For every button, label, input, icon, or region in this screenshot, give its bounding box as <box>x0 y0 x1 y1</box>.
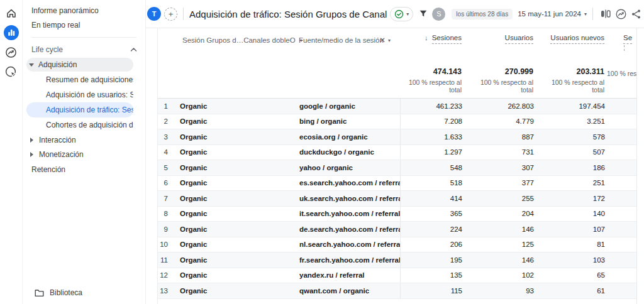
sidebar-item-biblioteca[interactable]: Biblioteca <box>35 288 82 297</box>
cell-new-users: 578 <box>544 133 615 141</box>
row-index: 8 <box>158 210 168 217</box>
row-metrics: 414255172 <box>400 191 636 206</box>
sidebar-item-cohortes-adquisicion[interactable]: Cohortes de adquisición d... <box>26 117 133 133</box>
table-header: Sesión Grupos d…Canales dobleO ▾ Fuente/… <box>158 28 636 99</box>
sidebar-item-resumen-adquisiciones[interactable]: Resumen de adquisiciones <box>26 72 133 87</box>
cell-new-users: 107 <box>544 225 615 233</box>
column-label: Usuarios nuevos <box>550 34 604 44</box>
sidebar-item-retencion[interactable]: Retención <box>23 162 145 177</box>
cell-users: 255 <box>472 195 544 202</box>
sidebar-item-adquisicion-trafico[interactable]: Adquisición de tráfico: Ses... <box>26 102 133 117</box>
cell-users: 93 <box>472 287 544 295</box>
date-range-label: 15 may-11 jun 2024 <box>518 10 581 18</box>
secondary-dimension-picker[interactable]: Fuente/medio de la sesión ▾ <box>299 36 391 44</box>
table-row[interactable]: 1Organicgoogle / organic461.233262.80319… <box>158 99 636 114</box>
row-index: 5 <box>158 164 168 171</box>
caret-right-icon <box>30 152 33 157</box>
sidebar-group-interaccion[interactable]: Interacción <box>26 133 133 147</box>
insights-icon[interactable] <box>615 8 627 20</box>
explore-icon[interactable] <box>4 45 19 60</box>
table-row[interactable]: 2Organicbing / organic7.2084.7793.251 <box>158 114 636 130</box>
nav-section-life-cycle[interactable]: Life cycle <box>23 42 145 57</box>
scrollbar-gutter[interactable] <box>636 28 644 304</box>
data-table: Sesión Grupos d…Canales dobleO ▾ Fuente/… <box>157 28 636 304</box>
table-row[interactable]: 4Organicduckduckgo / organic1.297731507 <box>158 145 636 161</box>
table-row[interactable]: 5Organicyahoo / organic548307186 <box>158 160 636 176</box>
cell-users: 146 <box>472 225 544 233</box>
sidebar-group-monetizacion[interactable]: Monetización <box>26 148 133 161</box>
reports-icon[interactable] <box>4 25 19 40</box>
cell-new-users: 81 <box>544 241 615 248</box>
table-row[interactable]: 8Organicit.search.yahoo.com / referral36… <box>158 207 636 222</box>
cell-channel-group: Organic <box>168 271 287 279</box>
cell-source-medium: google / organic <box>287 102 400 110</box>
cell-sessions: 461.233 <box>401 102 472 110</box>
column-label: Se <box>623 34 632 44</box>
table-row[interactable]: 6Organices.search.yahoo.com / referral51… <box>158 176 636 192</box>
table-row[interactable]: 11Organicfr.search.yahoo.com / referral1… <box>158 252 636 268</box>
table-row[interactable]: 7Organicuk.search.yahoo.com / referral41… <box>158 191 636 207</box>
app-rail <box>0 0 23 304</box>
row-metrics: 20612581 <box>400 237 636 252</box>
date-range-picker[interactable]: 15 may-11 jun 2024 ▾ <box>518 10 587 18</box>
remove-dimension-button[interactable]: ✕ <box>379 36 386 45</box>
column-header-sessions[interactable]: ↓ Sesiones <box>400 34 472 41</box>
table-row[interactable]: 13Organicqwant.com / organic1159361 <box>158 283 636 299</box>
column-header-new-users[interactable]: Usuarios nuevos <box>543 34 614 41</box>
column-header-engaged-sessions[interactable]: Se <box>614 34 636 41</box>
column-label: Usuarios <box>505 34 533 44</box>
cell-new-users: 186 <box>544 164 615 171</box>
share-icon[interactable] <box>631 9 641 19</box>
add-comparison-button[interactable]: + <box>164 8 177 21</box>
sort-descending-icon: ↓ <box>425 34 428 41</box>
table-row[interactable]: 10Organicnl.search.yahoo.com / referral2… <box>158 237 636 253</box>
sidebar-group-adquisicion[interactable]: Adquisición <box>26 58 133 72</box>
collaborator-avatar[interactable]: S <box>432 8 445 21</box>
filter-icon[interactable] <box>418 9 428 19</box>
row-metrics: 461.233262.803197.454 <box>400 99 636 114</box>
table-row[interactable]: 3Organicecosia.org / organic1.633887578 <box>158 129 636 145</box>
row-index: 4 <box>158 148 168 156</box>
cell-channel-group: Organic <box>168 179 287 187</box>
cell-sessions: 206 <box>401 241 472 248</box>
cell-source-medium: bing / organic <box>287 117 400 125</box>
cell-sessions: 518 <box>401 179 472 187</box>
cell-channel-group: Organic <box>168 133 287 141</box>
table-row[interactable]: 12Organicyandex.ru / referral13510265 <box>158 268 636 284</box>
date-preset-badge: los últimos 28 días <box>452 9 513 19</box>
sidebar-item-en-tiempo-real[interactable]: En tiempo real <box>23 18 145 33</box>
primary-dimension-picker[interactable]: Sesión Grupos d…Canales dobleO ▾ <box>182 36 303 44</box>
cell-source-medium: fr.search.yahoo.com / referral <box>287 256 400 264</box>
cell-source-medium: nl.search.yahoo.com / referral <box>287 241 400 248</box>
row-metrics: 13510265 <box>400 268 636 283</box>
page-title: Adquisición de tráfico: Sesión Grupos de… <box>189 9 387 19</box>
row-index: 1 <box>158 102 168 110</box>
sidebar-item-label: Biblioteca <box>50 288 82 297</box>
cell-users: 307 <box>472 164 544 171</box>
sidebar-item-adquisicion-usuarios[interactable]: Adquisición de usuarios: S... <box>26 87 133 102</box>
row-index: 9 <box>158 225 168 233</box>
chevron-up-icon[interactable] <box>130 47 137 52</box>
cell-sessions: 1.633 <box>401 133 472 141</box>
cell-sessions: 1.297 <box>401 148 472 156</box>
report-topbar: T + Adquisición de tráfico: Sesión Grupo… <box>146 0 644 28</box>
cell-new-users: 197.454 <box>544 102 615 110</box>
data-quality-button[interactable]: ▾ <box>390 7 413 21</box>
home-icon[interactable] <box>4 6 19 21</box>
cell-source-medium: yandex.ru / referral <box>287 271 400 279</box>
workspace-avatar[interactable]: T <box>147 7 161 21</box>
advertising-icon[interactable] <box>4 64 19 79</box>
cell-users: 102 <box>472 271 544 279</box>
column-header-users[interactable]: Usuarios <box>472 34 543 41</box>
cell-users: 377 <box>472 179 544 187</box>
edit-comparisons-icon[interactable] <box>600 8 611 19</box>
row-metrics: 1.633887578 <box>400 129 636 144</box>
cell-channel-group: Organic <box>168 195 287 202</box>
cell-users: 125 <box>472 241 544 248</box>
cell-channel-group: Organic <box>168 148 287 156</box>
sidebar-group-label: Interacción <box>39 136 76 144</box>
table-row[interactable]: 9Organicde.search.yahoo.com / referral22… <box>158 222 636 237</box>
chevron-down-icon: ▾ <box>406 11 409 17</box>
total-engaged-sessions: 100 % resp <box>614 67 636 94</box>
sidebar-item-informe-panoramico[interactable]: Informe panorámico <box>23 4 145 18</box>
